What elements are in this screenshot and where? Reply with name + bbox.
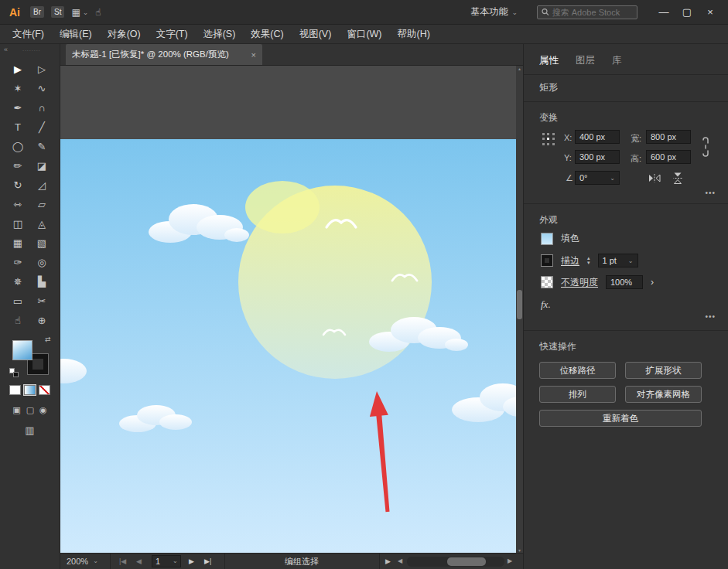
previous-artboard-button[interactable]: ◀ <box>136 554 142 569</box>
pencil-tool[interactable]: ✏ <box>6 158 30 173</box>
direct-selection-tool[interactable]: ▷ <box>30 62 54 77</box>
free-transform-tool[interactable]: ▱ <box>30 197 54 212</box>
menu-type[interactable]: 文字(T) <box>149 25 196 44</box>
opacity-swatch[interactable] <box>541 276 553 288</box>
panel-grip-icon[interactable]: ∙∙∙∙∙∙∙∙ <box>22 47 41 53</box>
close-button[interactable]: × <box>699 0 722 25</box>
status-menu-icon[interactable]: ▶ <box>385 554 391 569</box>
swap-fill-stroke-icon[interactable]: ⇄ <box>45 336 51 343</box>
screen-mode-icon[interactable]: ▥ <box>25 424 34 436</box>
blend-tool[interactable]: ◎ <box>30 255 54 270</box>
more-options-icon[interactable]: ••• <box>705 189 716 197</box>
menu-select[interactable]: 选择(S) <box>196 25 244 44</box>
menu-window[interactable]: 窗口(W) <box>339 25 389 44</box>
default-fill-stroke-icon[interactable] <box>9 368 19 377</box>
lasso-tool[interactable]: ∿ <box>30 81 54 96</box>
fill-swatch[interactable] <box>541 233 553 245</box>
fx-button[interactable]: fx. <box>541 298 551 311</box>
recolor-button[interactable]: 重新着色 <box>539 410 702 427</box>
x-input[interactable] <box>575 130 620 144</box>
artboard[interactable] <box>60 139 516 553</box>
rotate-tool[interactable]: ↻ <box>6 178 30 193</box>
selection-tool[interactable]: ▶ <box>6 62 30 77</box>
gradient-button[interactable] <box>24 385 36 395</box>
minimize-button[interactable]: — <box>652 0 675 25</box>
vertical-scroll-thumb[interactable] <box>517 290 522 319</box>
tab-libraries[interactable]: 库 <box>612 54 622 67</box>
gradient-tool[interactable]: ▧ <box>30 236 54 250</box>
opacity-dropdown[interactable]: 100% <box>606 275 643 289</box>
opacity-submenu-icon[interactable]: › <box>651 277 654 288</box>
stepper-down-icon[interactable]: ▾ <box>587 261 590 265</box>
perspective-grid-tool[interactable]: ◬ <box>30 216 54 231</box>
hand-tool[interactable]: ☝ <box>6 313 30 328</box>
tab-properties[interactable]: 属性 <box>539 54 559 67</box>
stroke-weight-dropdown[interactable]: 1 pt ⌄ <box>598 254 638 267</box>
restore-button[interactable]: ▢ <box>675 0 699 25</box>
more-options-icon[interactable]: ••• <box>705 312 716 321</box>
next-artboard-button[interactable]: ▶ <box>189 554 194 569</box>
zoom-tool[interactable]: ⊕ <box>30 313 54 328</box>
tab-layers[interactable]: 图层 <box>576 54 595 67</box>
reference-point-locator[interactable] <box>541 131 556 147</box>
horizontal-scroll-thumb[interactable] <box>447 557 486 566</box>
menu-object[interactable]: 对象(O) <box>100 25 149 44</box>
menu-view[interactable]: 视图(V) <box>292 25 340 44</box>
ellipse-tool[interactable]: ◯ <box>6 139 30 154</box>
line-segment-tool[interactable]: ╱ <box>30 120 54 135</box>
search-input[interactable] <box>552 8 633 17</box>
draw-inside-icon[interactable]: ◉ <box>39 405 47 415</box>
artboard-navigation[interactable]: ⌄ <box>152 555 181 567</box>
last-artboard-button[interactable]: ▶| <box>204 554 211 569</box>
artboard-tool[interactable]: ▭ <box>6 294 30 308</box>
y-input[interactable] <box>575 150 620 164</box>
arrange-button[interactable]: 排列 <box>539 386 616 403</box>
offset-path-button[interactable]: 位移路径 <box>539 362 616 379</box>
fill-label[interactable]: 填色 <box>561 232 579 245</box>
draw-behind-icon[interactable]: ▢ <box>26 405 34 415</box>
draw-normal-icon[interactable]: ▣ <box>12 405 20 415</box>
pen-tool[interactable]: ✒ <box>6 101 30 115</box>
vertical-scrollbar[interactable]: ▴ ▾ <box>516 66 523 553</box>
canvas[interactable] <box>60 66 516 553</box>
paintbrush-tool[interactable]: ✎ <box>30 139 54 154</box>
color-button[interactable] <box>9 385 21 395</box>
curvature-tool[interactable]: ∩ <box>30 101 54 115</box>
menu-help[interactable]: 帮助(H) <box>390 25 438 44</box>
close-tab-icon[interactable]: × <box>251 50 256 60</box>
hand-icon[interactable]: ☝ <box>95 7 101 18</box>
stroke-swatch[interactable] <box>541 254 553 267</box>
width-input[interactable] <box>646 130 691 144</box>
none-button[interactable] <box>39 385 50 395</box>
stroke-stepper[interactable]: ▴ ▾ <box>587 256 590 265</box>
type-tool[interactable]: T <box>6 120 30 135</box>
symbol-sprayer-tool[interactable]: ✵ <box>6 274 30 289</box>
flip-horizontal-button[interactable] <box>646 172 663 184</box>
menu-file[interactable]: 文件(F) <box>5 25 52 44</box>
expand-shape-button[interactable]: 扩展形状 <box>625 362 702 379</box>
sun-highlight-shape[interactable] <box>245 181 320 233</box>
width-tool[interactable]: ⇿ <box>6 197 30 212</box>
constrain-proportions-icon[interactable] <box>700 135 711 159</box>
zoom-control[interactable]: 200% ⌄ <box>67 554 98 569</box>
opacity-label[interactable]: 不透明度 <box>561 276 598 289</box>
stroke-label[interactable]: 描边 <box>561 254 579 267</box>
fill-color-well[interactable] <box>12 340 32 360</box>
column-graph-tool[interactable]: ▙ <box>30 274 54 289</box>
scroll-up-icon[interactable]: ▴ <box>516 66 523 71</box>
scale-tool[interactable]: ◿ <box>30 178 54 193</box>
height-input[interactable] <box>646 150 691 164</box>
horizontal-scrollbar[interactable] <box>407 557 504 567</box>
document-tab[interactable]: 未标题-1 [已恢复]* @ 200% (RGB/预览) × <box>66 44 262 65</box>
workspace-switcher[interactable]: 基本功能 ⌄ <box>470 5 518 19</box>
magic-wand-tool[interactable]: ✶ <box>6 81 30 96</box>
mesh-tool[interactable]: ▦ <box>6 236 30 250</box>
first-artboard-button[interactable]: |◀ <box>119 554 126 569</box>
eyedropper-tool[interactable]: ✑ <box>6 255 30 270</box>
align-pixel-grid-button[interactable]: 对齐像素网格 <box>625 386 702 403</box>
shape-builder-tool[interactable]: ◫ <box>6 216 30 231</box>
arrange-documents-icon[interactable]: ▦ <box>71 7 80 18</box>
menu-edit[interactable]: 编辑(E) <box>52 25 100 44</box>
eraser-tool[interactable]: ◪ <box>30 158 54 173</box>
stock-search[interactable] <box>537 5 637 19</box>
